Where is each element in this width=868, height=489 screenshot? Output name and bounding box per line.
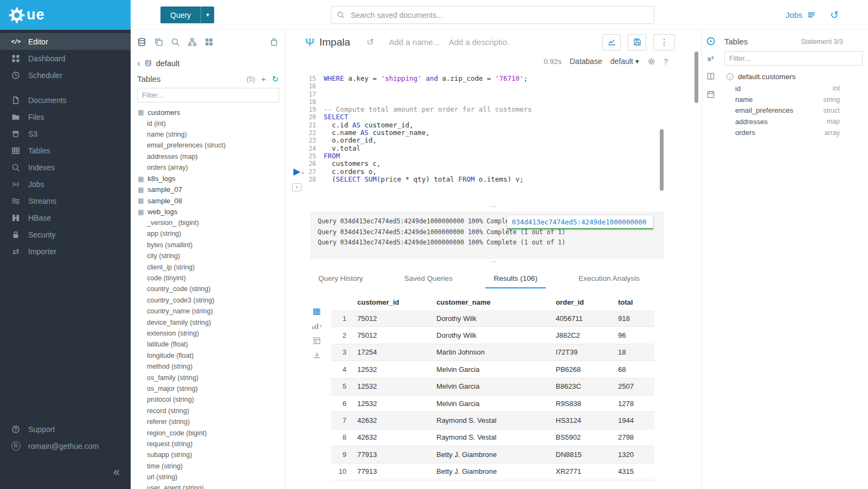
result-column-header[interactable]: total [612,298,654,306]
more-actions-button[interactable]: ⋮ [653,34,675,50]
main-pane-scrollbar[interactable] [695,52,698,103]
assist-table-item[interactable]: ▦sample_08 [131,195,285,206]
assist-column-item[interactable]: os_family (string) [131,372,285,383]
assist-column-item[interactable]: email_preferences (struct) [131,140,285,151]
assist-table-item[interactable]: ▦sample_07 [131,184,285,195]
tab-saved-queries[interactable]: Saved Queries [396,270,461,288]
assist-column-item[interactable]: user_agent (string) [131,482,285,489]
assist-column-item[interactable]: code (tinyint) [131,273,285,284]
assist-column-item[interactable]: orders (array) [131,162,285,173]
documents-source-icon[interactable] [154,37,163,47]
assist-filter-input[interactable] [137,88,279,102]
job-id-tooltip[interactable]: 034d413ec7474ed5:4249de1000000000 [507,215,653,229]
assist-column-item[interactable]: protocol (string) [131,394,285,405]
sidebar-item-files[interactable]: Files [0,108,131,125]
sidebar-item-hbase[interactable]: HBase [0,209,131,226]
sidebar-item-s3[interactable]: S3 [0,125,131,142]
assist-column-item[interactable]: subapp (string) [131,449,285,460]
sidebar-item-tables[interactable]: Tables [0,142,131,159]
settings-gear-icon[interactable] [647,57,655,66]
database-name[interactable]: default [156,59,180,68]
schedule-icon[interactable] [706,90,715,99]
impala-docs-icon[interactable] [706,36,716,46]
right-column-item[interactable]: email_preferencesstruct [724,105,863,116]
hue-logo[interactable]: ue [0,0,131,30]
assist-column-item[interactable]: method (string) [131,361,285,372]
resize-grip-top[interactable]: ⋯ [286,204,702,211]
save-button[interactable] [628,34,646,50]
search-source-icon[interactable] [171,37,180,47]
sidebar-item-jobs[interactable]: Jobs [0,176,131,192]
back-chevron-icon[interactable]: ‹ [137,59,140,68]
global-search-input[interactable] [350,10,648,20]
tab-execution-analysis[interactable]: Execution Analysis [570,270,648,288]
assist-column-item[interactable]: region_code (bigint) [131,427,285,438]
tab-query-history[interactable]: Query History [310,270,372,288]
editor-history-icon[interactable]: ↺ [367,37,374,47]
assist-column-item[interactable]: latitude (float) [131,339,285,350]
sidebar-item-editor[interactable]: </>Editor [0,33,131,50]
help-icon[interactable]: ? [664,57,668,66]
jobs-link[interactable]: Jobs [786,0,816,30]
assist-column-item[interactable]: extension (string) [131,328,285,339]
job-id-link[interactable]: 034d413ec7474ed5:4249de1000000000 [512,218,646,226]
execute-button[interactable]: ▶ ▾ [293,166,304,177]
active-table-row[interactable]: i default.customers [726,73,863,81]
chart-button[interactable] [602,34,621,50]
assist-column-item[interactable]: time (string) [131,461,285,472]
apps-source-icon[interactable] [204,37,214,47]
tab-results-106-[interactable]: Results (106) [485,270,546,288]
chart-view-icon[interactable]: ▾ [311,322,322,330]
sidebar-item-documents[interactable]: Documents [0,92,131,108]
assist-table-item[interactable]: ▦k8s_logs [131,173,285,184]
info-icon[interactable]: i [726,73,734,80]
result-column-header[interactable]: customer_id [351,298,430,306]
right-assist-filter-input[interactable] [724,51,863,66]
assist-column-item[interactable]: country_code (string) [131,284,285,294]
assist-column-item[interactable]: addresses (map) [131,151,285,162]
assist-column-item[interactable]: client_ip (string) [131,261,285,272]
right-column-item[interactable]: addressesmap [724,116,863,127]
assist-column-item[interactable]: name (string) [131,129,285,140]
refresh-tables-icon[interactable]: ↻ [272,75,279,83]
sidebar-item-scheduler[interactable]: Scheduler [0,67,131,83]
sidebar-item-indexes[interactable]: Indexes [0,159,131,176]
query-name-input[interactable] [388,37,442,47]
result-column-header[interactable]: order_id [549,298,612,306]
assist-column-item[interactable]: city (string) [131,250,285,261]
assist-column-item[interactable]: longitude (float) [131,350,285,361]
sidebar-item-streams[interactable]: Streams [0,192,131,209]
sitemap-source-icon[interactable] [188,37,197,47]
assist-column-item[interactable]: record (string) [131,406,285,416]
sidebar-item-security[interactable]: Security [0,226,131,243]
query-description-input[interactable] [447,37,511,47]
query-button-label[interactable]: Query [160,7,201,23]
editor-scrollbar[interactable] [660,129,664,191]
query-history-icon[interactable]: ↺ [830,0,839,30]
result-column-header[interactable]: customer_name [430,298,549,306]
assist-column-item[interactable]: id (int) [131,118,285,128]
assist-table-item[interactable]: ▦web_logs [131,207,285,217]
assist-column-item[interactable]: device_family (string) [131,317,285,327]
assist-column-item[interactable]: request (string) [131,439,285,449]
assist-column-item[interactable]: bytes (smallint) [131,240,285,250]
query-dropdown-caret[interactable]: ▾ [201,7,214,23]
assist-column-item[interactable]: _version_ (bigint) [131,217,285,228]
assist-column-item[interactable]: country_code3 (string) [131,295,285,306]
assist-table-item[interactable]: ▦customers [131,107,285,118]
databases-source-icon[interactable] [137,37,146,47]
sql-code-editor[interactable]: 1516171819202122232425262728 WHERE a.key… [286,68,702,204]
assist-column-item[interactable]: app (string) [131,228,285,239]
sidebar-collapse-button[interactable]: « [113,465,120,479]
new-query-button[interactable]: Query ▾ [160,7,214,23]
resize-grip-bottom[interactable]: ⋯ [286,259,702,267]
statement-options-button[interactable]: ▾ [292,183,301,191]
bag-context-icon[interactable] [269,37,279,47]
grid-view-icon[interactable]: ▦ [312,307,320,316]
sidebar-item-dashboard[interactable]: Dashboard [0,50,131,67]
add-table-icon[interactable]: + [261,75,266,83]
assist-column-item[interactable]: url (string) [131,472,285,482]
right-column-item[interactable]: namestring [724,94,863,105]
sidebar-item-support[interactable]: Support [0,421,131,437]
right-column-item[interactable]: idint [724,83,863,94]
